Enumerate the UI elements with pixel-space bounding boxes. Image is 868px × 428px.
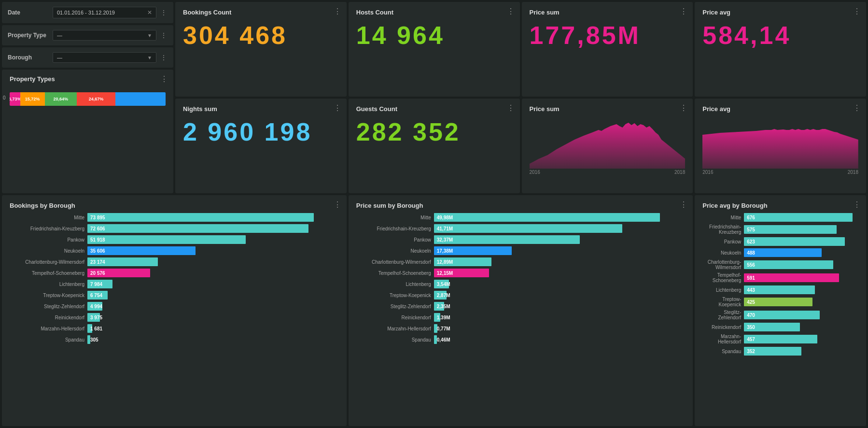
list-item: Charlottenburg-Wilmersdorf12,89M (356, 257, 686, 266)
list-item: Charlottenburg-Wilmersdorf23 174 (10, 257, 339, 266)
bar-fill: 556 (744, 260, 833, 269)
price-sum-chart-x-labels: 2016 2018 (530, 170, 686, 175)
bar-wrap: 470 (744, 311, 858, 319)
list-item: Pankow51 918 (10, 235, 339, 244)
bar-wrap: 443 (744, 285, 858, 294)
bar-fill: 35 606 (87, 246, 196, 255)
bookings-count-menu-icon[interactable]: ⋮ (334, 7, 342, 16)
bar-label: Spandau (702, 349, 741, 354)
date-filter-card: Date 01.01.2016 - 31.12.2019 ✕ ⋮ (2, 2, 173, 23)
bar-label: Lichtenberg (356, 282, 431, 287)
guests-count-title: Guests Count (356, 105, 512, 113)
zero-label: 0 (3, 95, 6, 100)
price-avg-chart-menu-icon[interactable]: ⋮ (853, 103, 861, 113)
list-item: Friedrichshain-Kreuzberg41,71M (356, 224, 686, 233)
bar-label: Marzahn-Hellersdorf (702, 334, 741, 344)
bar-fill: 457 (744, 335, 817, 343)
list-item: Mitte676 (702, 213, 858, 222)
bar-label: Friedrichshain-Kreuzberg (10, 226, 84, 231)
nights-sum-menu-icon[interactable]: ⋮ (334, 103, 342, 113)
bar-fill: 32,37M (434, 235, 580, 244)
list-item: Reinickendorf3 975 (10, 313, 339, 322)
bar-label: Treptow-Koepenick (702, 297, 741, 307)
bar-label: Pankow (702, 239, 741, 244)
guests-count-value: 282 352 (356, 117, 512, 146)
bar-wrap: 23 174 (87, 257, 339, 266)
property-type-segment (115, 92, 166, 106)
bar-label: Lichtenberg (702, 287, 741, 293)
date-filter-menu-icon[interactable]: ⋮ (160, 9, 168, 16)
list-item: Friedrichshain-Kreuzberg72 606 (10, 224, 339, 233)
list-item: Steglitz-Zehlendorf4 994 (10, 302, 339, 311)
bar-wrap: 676 (744, 213, 858, 222)
price-avg-svg (702, 115, 858, 169)
bookings-borough-menu-icon[interactable]: ⋮ (334, 200, 342, 209)
bar-fill: 591 (744, 273, 839, 282)
bar-wrap: 20 576 (87, 269, 339, 277)
hosts-count-menu-icon[interactable]: ⋮ (507, 7, 515, 16)
bar-fill: 0,46M (434, 335, 437, 344)
bar-fill: 73 895 (87, 213, 314, 222)
bar-label: Neukoeln (356, 248, 431, 254)
bar-label: Mitte (702, 215, 741, 220)
property-type-filter-label: Property Type (8, 32, 49, 39)
bar-wrap: 51 918 (87, 235, 339, 244)
property-type-segment: 20,64% (45, 92, 77, 106)
bar-wrap: 12,89M (434, 257, 686, 266)
bar-fill: 72 606 (87, 224, 308, 233)
price-avg-chart-card: ⋮ Price avg 2016 2018 (695, 99, 866, 193)
bar-wrap: 0,77M (434, 324, 686, 333)
bar-fill: 1,39M (434, 313, 440, 322)
price-sum-borough-card: ⋮ Price sum by Borough Mitte49,98MFriedr… (349, 195, 693, 426)
property-type-menu-icon[interactable]: ⋮ (160, 31, 168, 39)
bar-wrap: 1,39M (434, 313, 686, 322)
list-item: Charlottenburg-Wilmersdorf556 (702, 259, 858, 270)
property-types-bar-container: 0 6,73%15,72%20,64%24,67% (10, 92, 166, 107)
price-avg-title: Price avg (702, 9, 858, 16)
bar-label: Neukoeln (702, 250, 741, 256)
bar-label: Treptow-Koepenick (356, 293, 431, 298)
price-sum-borough-title: Price sum by Borough (356, 202, 686, 209)
property-type-filter-input[interactable]: — ▼ (53, 30, 156, 41)
price-sum-borough-menu-icon[interactable]: ⋮ (680, 200, 688, 209)
list-item: Spandau352 (702, 347, 858, 356)
bar-fill: 3,54M (434, 280, 449, 288)
guests-count-card: ⋮ Guests Count 282 352 (349, 99, 520, 193)
property-type-segment: 15,72% (20, 92, 45, 106)
svg-marker-1 (702, 129, 858, 169)
list-item: Marzahn-Hellersdorf457 (702, 334, 858, 344)
bookings-borough-card: ⋮ Bookings by Borough Mitte73 895Friedri… (2, 195, 347, 426)
bar-wrap: 12,15M (434, 269, 686, 277)
date-clear-button[interactable]: ✕ (147, 9, 152, 16)
bar-label: Spandau (10, 337, 84, 342)
price-avg-borough-card: ⋮ Price avg by Borough Mitte676Friedrich… (695, 195, 866, 426)
bar-fill: 20 576 (87, 269, 150, 277)
bar-wrap: 7 984 (87, 280, 339, 288)
borough-menu-icon[interactable]: ⋮ (160, 54, 168, 61)
borough-filter-input[interactable]: — ▼ (53, 52, 156, 63)
nights-sum-value: 2 960 198 (183, 117, 339, 146)
bar-label: Marzahn-Hellersdorf (10, 326, 84, 331)
bookings-count-title: Bookings Count (183, 9, 339, 16)
price-sum-menu-icon[interactable]: ⋮ (680, 7, 688, 16)
bar-label: Pankow (356, 237, 431, 243)
price-avg-menu-icon[interactable]: ⋮ (853, 7, 861, 16)
bar-wrap: 457 (744, 335, 858, 343)
price-avg-borough-menu-icon[interactable]: ⋮ (853, 200, 861, 209)
list-item: Lichtenberg3,54M (356, 280, 686, 288)
bar-fill: 470 (744, 311, 819, 319)
list-item: Treptow-Koepenick425 (702, 297, 858, 307)
list-item: Pankow623 (702, 237, 858, 246)
date-filter-input[interactable]: 01.01.2016 - 31.12.2019 ✕ (53, 7, 156, 18)
bar-wrap: 575 (744, 225, 858, 234)
bar-fill: 17,38M (434, 246, 512, 255)
price-sum-chart-menu-icon[interactable]: ⋮ (680, 103, 688, 113)
list-item: Spandau305 (10, 335, 339, 344)
bar-fill: 2,35M (434, 302, 444, 311)
bar-fill: 1 681 (87, 324, 92, 333)
bar-wrap: 2,35M (434, 302, 686, 311)
bar-label: Neukoeln (10, 248, 84, 254)
price-avg-chart-x-labels: 2016 2018 (702, 170, 858, 175)
guests-count-menu-icon[interactable]: ⋮ (507, 103, 515, 113)
property-types-menu-icon[interactable]: ⋮ (160, 74, 168, 84)
